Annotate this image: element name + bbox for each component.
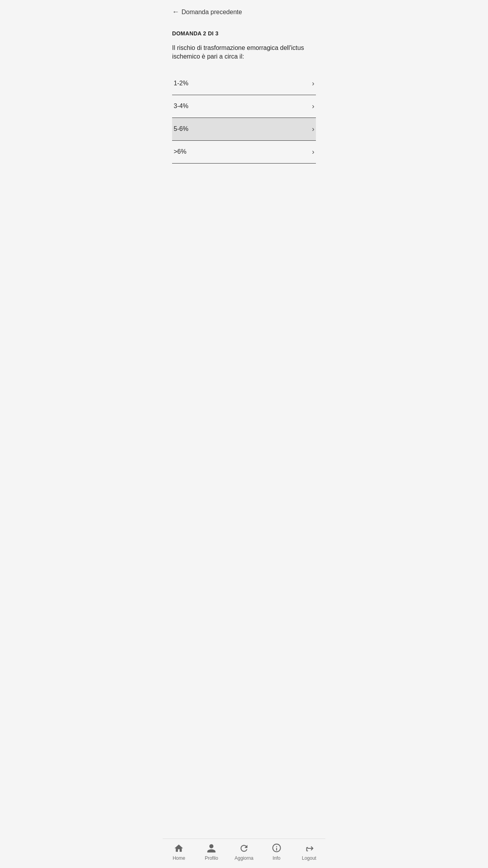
tab-bar: Home Profilo Aggiorna Info	[163, 839, 325, 868]
aggiorna-icon	[238, 843, 250, 854]
option-item-2[interactable]: 3-4% ›	[172, 95, 316, 118]
tab-home-label: Home	[172, 855, 185, 861]
logout-icon	[304, 843, 315, 854]
back-label: Domanda precedente	[182, 9, 242, 16]
option-label-4: >6%	[174, 148, 186, 155]
option-label-2: 3-4%	[174, 103, 188, 110]
tab-logout[interactable]: Logout	[293, 843, 325, 861]
chevron-icon-2: ›	[312, 102, 314, 110]
chevron-icon-4: ›	[312, 148, 314, 156]
question-label: DOMANDA 2 DI 3	[172, 30, 316, 37]
option-item-1[interactable]: 1-2% ›	[172, 72, 316, 95]
tab-home[interactable]: Home	[163, 843, 195, 861]
tab-logout-label: Logout	[302, 855, 316, 861]
chevron-icon-3: ›	[312, 125, 314, 133]
profilo-icon	[206, 843, 217, 854]
tab-info-label: Info	[273, 855, 281, 861]
option-item-4[interactable]: >6% ›	[172, 141, 316, 164]
chevron-icon-1: ›	[312, 79, 314, 88]
options-list: 1-2% › 3-4% › 5-6% › >6% ›	[172, 72, 316, 164]
back-button[interactable]: ← Domanda precedente	[172, 8, 316, 16]
question-text: Il rischio di trasformazione emorragica …	[172, 44, 316, 61]
tab-aggiorna-label: Aggiorna	[235, 855, 253, 861]
tab-info[interactable]: Info	[260, 843, 293, 861]
back-arrow-icon: ←	[172, 8, 179, 16]
tab-profilo-label: Profilo	[205, 855, 218, 861]
info-icon	[271, 843, 282, 854]
option-label-3: 5-6%	[174, 125, 188, 132]
tab-profilo[interactable]: Profilo	[195, 843, 228, 861]
option-label-1: 1-2%	[174, 80, 188, 87]
home-icon	[173, 843, 184, 854]
tab-aggiorna[interactable]: Aggiorna	[228, 843, 261, 861]
option-item-3[interactable]: 5-6% ›	[172, 118, 316, 141]
